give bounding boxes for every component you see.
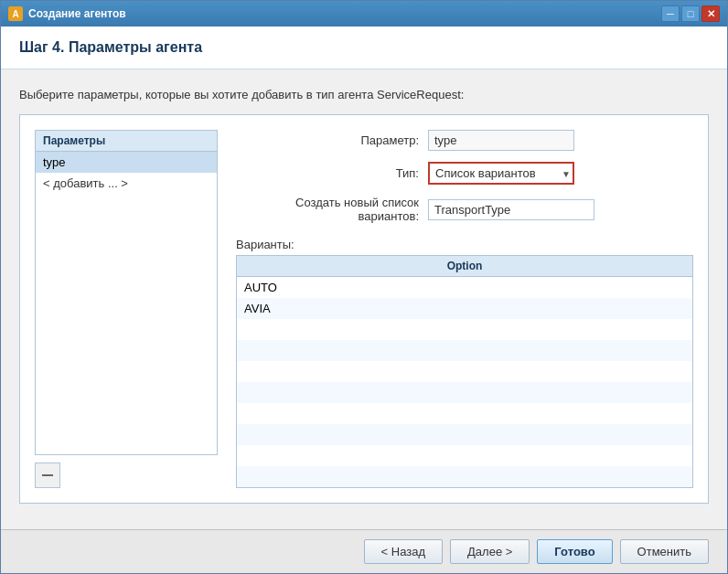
description-text: Выберите параметры, которые вы хотите до… [19, 88, 709, 101]
close-button[interactable]: ✕ [701, 5, 720, 22]
variants-label: Варианты: [236, 238, 693, 251]
table-row [237, 403, 693, 424]
next-button[interactable]: Далее > [450, 539, 530, 564]
window-title: Создание агентов [28, 7, 661, 20]
cancel-button[interactable]: Отменить [620, 539, 709, 564]
type-select[interactable]: Список вариантов [428, 162, 574, 185]
table-row [237, 445, 693, 466]
param-name-row: Параметр: type [236, 130, 693, 151]
params-footer [35, 462, 218, 488]
params-panel: Параметры type < добавить ... > [35, 130, 218, 488]
svg-rect-0 [42, 474, 53, 476]
table-row [237, 340, 693, 361]
main-panel: Параметры type < добавить ... > [19, 114, 709, 504]
params-list[interactable]: type < добавить ... > [35, 152, 218, 455]
new-list-label: Создать новый список вариантов: [236, 196, 419, 223]
title-bar: A Создание агентов ─ □ ✕ [1, 1, 727, 27]
window-controls: ─ □ ✕ [661, 5, 720, 22]
table-row[interactable]: AVIA [237, 298, 693, 319]
delete-icon [41, 469, 54, 482]
new-list-input[interactable] [428, 199, 594, 220]
cell-auto: AUTO [237, 277, 693, 299]
param-item-type[interactable]: type [36, 152, 217, 173]
minimize-button[interactable]: ─ [661, 5, 680, 22]
delete-button[interactable] [35, 462, 60, 488]
param-item-add[interactable]: < добавить ... > [36, 173, 217, 194]
table-row [237, 382, 693, 403]
type-select-wrapper[interactable]: Список вариантов ▼ [428, 162, 574, 185]
param-name-value: type [428, 130, 574, 151]
type-row: Тип: Список вариантов ▼ [236, 162, 693, 185]
page-title: Шаг 4. Параметры агента [19, 39, 709, 56]
table-row [237, 424, 693, 445]
done-button[interactable]: Готово [537, 539, 612, 564]
table-row [237, 319, 693, 340]
table-row[interactable]: AUTO [237, 277, 693, 299]
type-label: Тип: [236, 166, 419, 180]
page-header: Шаг 4. Параметры агента [1, 27, 727, 69]
variants-col-header: Option [237, 256, 693, 277]
new-list-row: Создать новый список вариантов: [236, 196, 693, 223]
footer: < Назад Далее > Готово Отменить [1, 529, 727, 573]
table-row [237, 361, 693, 382]
params-header: Параметры [35, 130, 218, 152]
cell-avia: AVIA [237, 298, 693, 319]
back-button[interactable]: < Назад [364, 539, 443, 564]
variants-section: Варианты: Option AUTO AVIA [236, 238, 693, 488]
table-row [237, 466, 693, 488]
app-icon: A [8, 6, 23, 21]
maximize-button[interactable]: □ [681, 5, 700, 22]
param-name-label: Параметр: [236, 133, 419, 147]
details-panel: Параметр: type Тип: Список вариантов ▼ С [236, 130, 693, 488]
variants-table: Option AUTO AVIA [236, 255, 693, 488]
content-area: Выберите параметры, которые вы хотите до… [1, 69, 727, 529]
main-window: A Создание агентов ─ □ ✕ Шаг 4. Параметр… [0, 0, 728, 574]
